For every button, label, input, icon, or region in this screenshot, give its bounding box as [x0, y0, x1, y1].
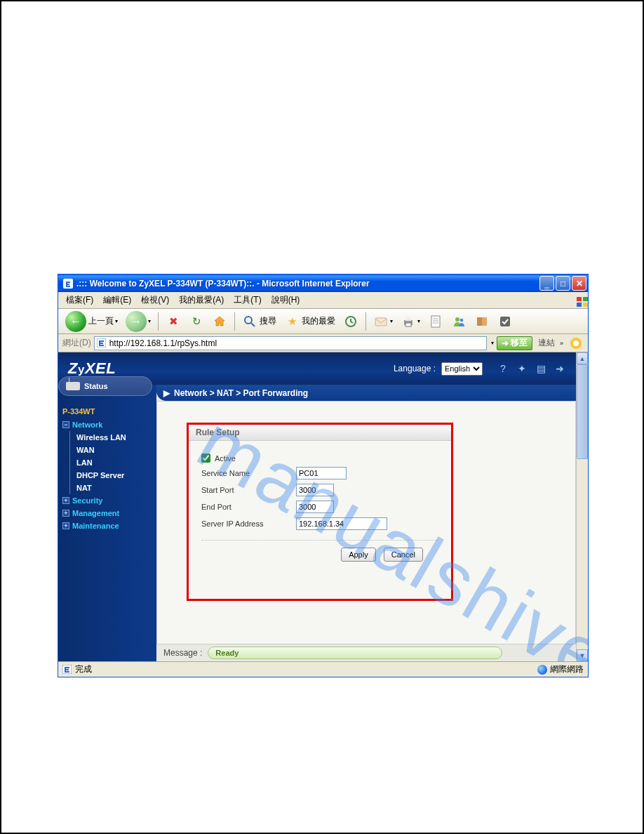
- chevron-down-icon[interactable]: ▾: [491, 340, 494, 346]
- svg-rect-2: [583, 297, 588, 301]
- end-port-input[interactable]: [296, 501, 334, 513]
- viewport: ZyXEL Language : English ? ✦ ▤ ➜: [58, 352, 588, 661]
- start-port-input[interactable]: [296, 484, 334, 496]
- status-text: 完成: [75, 663, 92, 675]
- vertical-scrollbar[interactable]: ▲ ▼: [576, 352, 588, 661]
- chevron-down-icon: ▾: [390, 318, 393, 324]
- svg-rect-3: [577, 303, 582, 307]
- menubar: 檔案(F) 編輯(E) 檢視(V) 我的最愛(A) 工具(T) 說明(H): [58, 292, 588, 309]
- nav-maintenance[interactable]: +Maintenance: [58, 519, 156, 532]
- language-select[interactable]: English: [441, 362, 483, 376]
- norton-icon[interactable]: [568, 336, 584, 351]
- refresh-icon: ↻: [189, 314, 204, 329]
- refresh-button[interactable]: ↻: [186, 312, 207, 331]
- back-button[interactable]: ← 上一頁 ▾: [62, 312, 121, 331]
- scroll-down-button[interactable]: ▼: [577, 649, 588, 661]
- router-icon: [66, 382, 80, 390]
- address-input[interactable]: http://192.168.1.1/rpSys.html: [94, 336, 487, 350]
- expand-icon: +: [62, 522, 69, 529]
- menu-favorites[interactable]: 我的最愛(A): [174, 292, 229, 308]
- chevron-down-icon: ▾: [115, 318, 118, 324]
- svg-rect-11: [405, 323, 411, 326]
- address-bar: 網址(D) http://192.168.1.1/rpSys.html ▾ ➜ …: [58, 334, 588, 352]
- active-checkbox[interactable]: [201, 454, 210, 463]
- nav-wan[interactable]: WAN: [58, 444, 156, 456]
- svg-rect-1: [577, 297, 582, 301]
- print-button[interactable]: ▾: [398, 312, 423, 331]
- extra-button[interactable]: [495, 312, 516, 331]
- zyxel-logo: ZyXEL: [68, 359, 116, 378]
- nav-lan[interactable]: LAN: [58, 456, 156, 469]
- url-text: http://192.168.1.1/rpSys.html: [109, 338, 217, 348]
- window-title: .::: Welcome to ZyXEL P-334WT (P-334WT):…: [76, 279, 539, 289]
- home-icon: [212, 314, 227, 329]
- close-button[interactable]: ✕: [572, 276, 586, 291]
- help-icon[interactable]: ?: [497, 362, 509, 375]
- service-name-input[interactable]: [296, 467, 347, 479]
- history-icon: [343, 314, 358, 329]
- search-button[interactable]: 搜尋: [239, 312, 279, 331]
- nav-dhcp-server[interactable]: DHCP Server: [58, 469, 156, 482]
- menu-help[interactable]: 說明(H): [267, 292, 305, 308]
- page-icon: [62, 665, 72, 675]
- links-label[interactable]: 連結: [538, 337, 555, 349]
- forward-button[interactable]: → ▾: [123, 312, 154, 331]
- nav-nat[interactable]: NAT: [58, 482, 156, 494]
- menu-edit[interactable]: 編輯(E): [98, 292, 136, 308]
- mail-icon: [373, 314, 389, 329]
- edit-button[interactable]: [425, 312, 446, 331]
- research-button[interactable]: [471, 312, 492, 331]
- end-port-label: End Port: [201, 503, 296, 511]
- menu-view[interactable]: 檢視(V): [136, 292, 174, 308]
- chevron-down-icon: ▾: [417, 318, 420, 324]
- zone-text: 網際網路: [550, 663, 584, 675]
- router-page: ZyXEL Language : English ? ✦ ▤ ➜: [58, 352, 576, 661]
- server-ip-input[interactable]: [296, 517, 387, 530]
- mail-button[interactable]: ▾: [370, 312, 396, 331]
- nav-wireless-lan[interactable]: Wireless LAN: [58, 431, 156, 444]
- messenger-button[interactable]: [448, 312, 469, 331]
- expand-icon: +: [62, 497, 69, 504]
- menu-tools[interactable]: 工具(T): [229, 292, 266, 308]
- about-icon[interactable]: ▤: [535, 362, 547, 375]
- svg-rect-19: [482, 317, 487, 326]
- nav-network[interactable]: −Network: [58, 418, 156, 431]
- status-button[interactable]: Status: [58, 376, 152, 396]
- home-button[interactable]: [209, 312, 230, 331]
- apply-button[interactable]: Apply: [341, 548, 376, 562]
- stop-button[interactable]: ✖: [163, 312, 184, 331]
- go-button[interactable]: ➜ 移至: [497, 336, 532, 350]
- sidebar: Status P-334WT −Network Wireless LAN WAN…: [58, 385, 156, 661]
- menu-file[interactable]: 檔案(F): [61, 292, 98, 308]
- scroll-thumb[interactable]: [577, 364, 588, 459]
- chevron-right-icon[interactable]: »: [560, 340, 563, 347]
- svg-point-17: [460, 318, 464, 322]
- windows-flag-icon: [571, 293, 585, 306]
- favorites-button[interactable]: ★ 我的最愛: [281, 312, 338, 331]
- star-icon: ★: [284, 314, 300, 329]
- minimize-button[interactable]: ‗: [539, 276, 554, 291]
- message-value: Ready: [208, 647, 502, 659]
- message-label: Message :: [163, 648, 202, 658]
- page-icon: [97, 338, 107, 348]
- maximize-button[interactable]: □: [556, 276, 570, 291]
- svg-point-23: [573, 340, 579, 346]
- statusbar: 完成 網際網路: [58, 661, 588, 677]
- wizard-icon[interactable]: ✦: [516, 362, 528, 375]
- device-name: P-334WT: [58, 404, 156, 418]
- svg-rect-8: [375, 318, 387, 326]
- scroll-up-button[interactable]: ▲: [577, 352, 588, 364]
- history-button[interactable]: [340, 312, 361, 331]
- nav-security[interactable]: +Security: [58, 494, 156, 507]
- logout-icon[interactable]: ➜: [554, 362, 566, 375]
- ie-icon: [62, 278, 74, 289]
- square-icon: [497, 314, 513, 329]
- expand-icon: +: [62, 510, 69, 517]
- nav-management[interactable]: +Management: [58, 507, 156, 519]
- browser-window: .::: Welcome to ZyXEL P-334WT (P-334WT):…: [58, 274, 589, 677]
- message-bar: Message : Ready: [156, 645, 576, 661]
- messenger-icon: [451, 314, 467, 329]
- chevron-down-icon: ▾: [148, 318, 151, 324]
- svg-point-16: [455, 317, 459, 322]
- cancel-button[interactable]: Cancel: [384, 548, 423, 562]
